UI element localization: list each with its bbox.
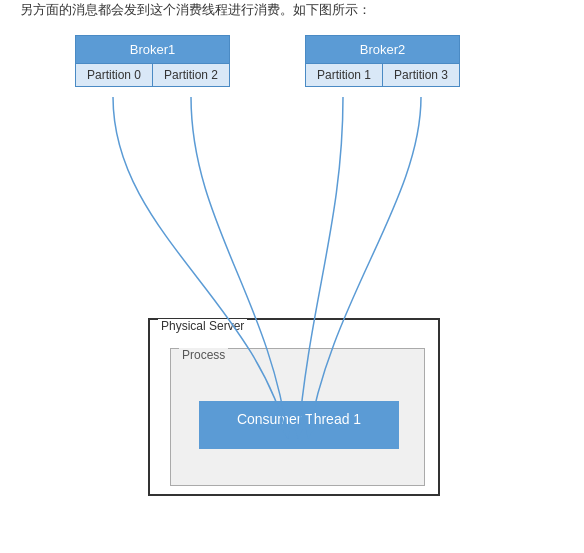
broker2-title: Broker2 [306,36,459,63]
broker2-partition-1: Partition 1 [306,64,382,86]
broker1-title: Broker1 [76,36,229,63]
broker1-partition-2: Partition 2 [152,64,229,86]
physical-server-box: Physical Server Process Consumer Thread … [148,318,440,496]
broker1-partition-0: Partition 0 [76,64,152,86]
broker2-box: Broker2 Partition 1 Partition 3 [305,35,460,87]
broker1-partitions: Partition 0 Partition 2 [76,63,229,86]
process-box: Process Consumer Thread 1 [170,348,425,486]
broker1-box: Broker1 Partition 0 Partition 2 [75,35,230,87]
broker2-partitions: Partition 1 Partition 3 [306,63,459,86]
consumer-thread-box: Consumer Thread 1 [199,401,399,449]
broker2-partition-3: Partition 3 [382,64,459,86]
top-description: 另方面的消息都会发到这个消费线程进行消费。如下图所示： [20,0,574,20]
physical-server-label: Physical Server [158,319,247,333]
process-label: Process [179,348,228,362]
